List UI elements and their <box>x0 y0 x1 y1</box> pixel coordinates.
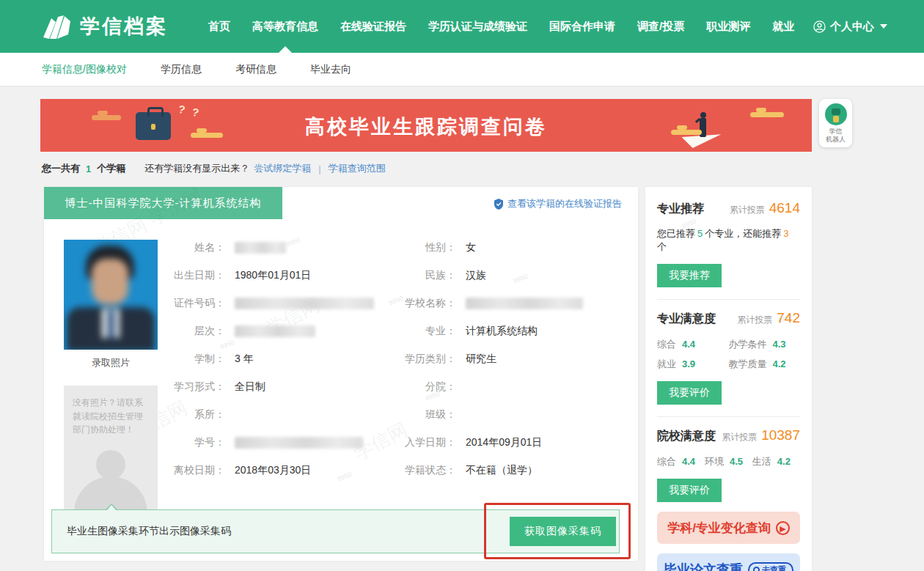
survey-banner[interactable]: ? ? 高校毕业生跟踪调查问卷 <box>40 99 812 152</box>
subject-change-query-banner[interactable]: 学科/专业变化查询 ▶ <box>657 512 800 544</box>
fields-right-column: 性别： 女 民族： 汉族 学校名称： 专业： 计算机系统结构 学历类别： <box>381 240 616 531</box>
subnav-graduation-destination[interactable]: 毕业去向 <box>310 63 351 76</box>
user-icon <box>813 21 826 33</box>
robot-label: 学信 机器人 <box>826 128 846 144</box>
thesis-check-banner[interactable]: 毕业论文查重 去查重 <box>657 553 800 571</box>
user-menu[interactable]: 个人中心 <box>813 20 887 34</box>
recommend-votes-label: 累计投票 <box>730 204 765 216</box>
rating-item: 综合4.4 <box>657 338 729 351</box>
major-satisfaction-section: 专业满意度 累计投票 742 综合4.4 办学条件4.3 就业3.9 教学质量4… <box>657 310 800 405</box>
summary-prefix: 您一共有 <box>42 162 80 175</box>
subnav-postgrad-info[interactable]: 考研信息 <box>235 63 276 76</box>
field-branch: 分院： <box>381 379 616 395</box>
main-nav: 首页 高等教育信息 在线验证报告 学历认证与成绩验证 国际合作申请 调查/投票 … <box>208 1 813 53</box>
nav-higher-education[interactable]: 高等教育信息 <box>252 1 318 53</box>
rating-item: 生活4.2 <box>752 455 800 468</box>
field-enrollment-status: 学籍状态： 不在籍（退学） <box>381 463 616 479</box>
student-record-card: 学信网 学信网 学信网 学信网 学信网 8950 8950 8950 8950 … <box>44 187 638 561</box>
search-icon <box>753 567 760 571</box>
recommend-button[interactable]: 我要推荐 <box>657 264 722 287</box>
summary-question: 还有学籍没有显示出来？ <box>144 162 249 175</box>
school-satisfaction-title: 院校满意度 <box>657 429 716 444</box>
rating-item: 教学质量4.2 <box>729 358 801 371</box>
field-department: 系所： <box>158 407 381 423</box>
field-class: 班级： <box>381 407 616 423</box>
nav-online-verification[interactable]: 在线验证报告 <box>340 1 406 53</box>
field-level: 层次： <box>158 323 381 339</box>
major-recommend-section: 专业推荐 累计投票 4614 您已推荐5个专业，还能推荐3个 我要推荐 <box>657 200 800 287</box>
link-separator: | <box>318 163 320 174</box>
major-evaluate-button[interactable]: 我要评价 <box>657 381 722 405</box>
no-photo-hint: 没有照片？请联系就读院校招生管理部门协助处理！ <box>64 386 158 437</box>
logo-text: 学信档案 <box>80 13 168 40</box>
rating-item: 办学条件4.3 <box>729 338 801 351</box>
rating-item: 综合4.4 <box>657 455 705 468</box>
admission-photo-label: 录取照片 <box>64 356 158 369</box>
field-id-number: 证件号码： <box>158 295 381 312</box>
school-satisfaction-section: 院校满意度 累计投票 10387 综合4.4 环境4.5 生活4.2 我要评价 <box>657 427 800 502</box>
nav-credential-authentication[interactable]: 学历认证与成绩验证 <box>428 1 527 53</box>
rating-item: 就业3.9 <box>657 358 729 371</box>
online-verification-report-link[interactable]: 查看该学籍的在线验证报告 <box>494 197 622 210</box>
chevron-down-icon <box>880 24 887 29</box>
major-satisfaction-votes-count: 742 <box>777 310 800 326</box>
school-evaluate-button[interactable]: 我要评价 <box>657 479 722 502</box>
field-student-number: 学号： <box>158 435 381 451</box>
cloud-decoration <box>750 112 784 117</box>
field-major: 专业： 计算机系统结构 <box>381 323 616 339</box>
subnav-degree-info[interactable]: 学历信息 <box>161 63 202 76</box>
field-admission-date: 入学日期： 2014年09月01日 <box>381 435 616 451</box>
degree-photo-placeholder: 没有照片？请联系就读院校招生管理部门协助处理！ <box>64 386 158 512</box>
field-school-name: 学校名称： <box>381 295 616 312</box>
admission-photo <box>64 240 158 350</box>
redacted-value <box>235 437 363 449</box>
card-header-row: 博士-中国科学院大学-计算机系统结构 查看该学籍的在线验证报告 <box>44 187 638 219</box>
card-body: 录取照片 没有照片？请联系就读院校招生管理部门协助处理！ 学历照片 姓名： 出生… <box>44 240 638 531</box>
recommend-title: 专业推荐 <box>657 202 704 217</box>
subnav-enrollment-photo-check[interactable]: 学籍信息/图像校对 <box>42 63 127 76</box>
shield-icon <box>494 199 504 210</box>
rating-item: 环境4.5 <box>705 455 752 468</box>
field-leave-date: 离校日期： 2018年03月30日 <box>158 463 381 479</box>
fields-left-column: 姓名： 出生日期： 1980年01月01日 证件号码： 层次： 学制： <box>158 240 381 531</box>
cloud-decoration <box>671 130 702 135</box>
sub-nav: 学籍信息/图像校对 学历信息 考研信息 毕业去向 <box>0 53 924 86</box>
sidebar-panel: 专业推荐 累计投票 4614 您已推荐5个专业，还能推荐3个 我要推荐 专业满意… <box>645 187 812 571</box>
field-study-length: 学制： 3 年 <box>158 351 381 367</box>
chsi-robot-widget[interactable]: 学信 机器人 <box>819 99 852 147</box>
school-satisfaction-votes-label: 累计投票 <box>722 431 757 443</box>
nav-career-assessment[interactable]: 职业测评 <box>706 1 750 53</box>
enrollment-count: 1 <box>84 163 92 174</box>
paper-plane-illustration <box>661 106 742 150</box>
nav-international-cooperation[interactable]: 国际合作申请 <box>549 1 615 53</box>
enrollment-tab[interactable]: 博士-中国科学院大学-计算机系统结构 <box>44 187 282 219</box>
person-silhouette-icon <box>96 450 125 479</box>
site-logo[interactable]: 学信档案 <box>40 12 168 40</box>
divider <box>657 299 800 300</box>
nav-survey-vote[interactable]: 调查/投票 <box>637 1 684 53</box>
field-gender: 性别： 女 <box>381 240 616 256</box>
redacted-value <box>235 325 315 337</box>
redacted-value <box>235 298 374 309</box>
nav-employment[interactable]: 就业 <box>772 1 794 53</box>
blurred-portrait <box>64 240 158 350</box>
school-ratings: 综合4.4 环境4.5 生活4.2 <box>657 449 800 468</box>
divider <box>657 416 800 417</box>
recommend-votes-count: 4614 <box>769 200 800 216</box>
arrow-right-icon: ▶ <box>776 521 790 535</box>
school-satisfaction-votes-count: 10387 <box>761 427 800 443</box>
bind-enrollment-link[interactable]: 尝试绑定学籍 <box>254 162 311 175</box>
go-check-pill[interactable]: 去查重 <box>748 562 793 571</box>
nav-home[interactable]: 首页 <box>208 1 230 53</box>
field-birth-date: 出生日期： 1980年01月01日 <box>158 268 381 284</box>
field-name: 姓名： <box>158 240 381 256</box>
top-header: 学信档案 首页 高等教育信息 在线验证报告 学历认证与成绩验证 国际合作申请 调… <box>0 0 924 53</box>
get-image-collection-code-button[interactable]: 获取图像采集码 <box>510 517 616 546</box>
redacted-value <box>235 242 286 254</box>
redacted-value <box>466 298 583 309</box>
major-ratings: 综合4.4 办学条件4.3 就业3.9 教学质量4.2 <box>657 331 800 371</box>
enrollment-query-scope-link[interactable]: 学籍查询范围 <box>329 162 386 175</box>
image-collection-text: 毕业生图像采集环节出示图像采集码 <box>67 525 231 538</box>
logo-icon <box>40 12 73 40</box>
summary-suffix: 个学籍 <box>97 162 125 175</box>
